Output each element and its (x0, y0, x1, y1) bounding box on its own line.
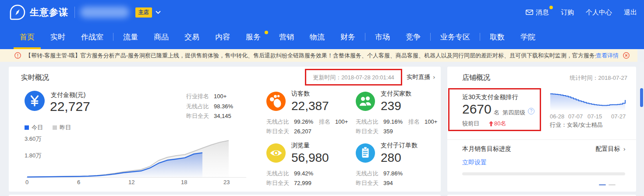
shop-switch-chevron-down-icon[interactable] (156, 11, 161, 14)
banner-details-link[interactable]: 查看详情 (596, 52, 619, 60)
stat-detail-rows: 无线占比99.16%排名100+ 昨日全天359 (356, 117, 450, 136)
nav-item-marketing[interactable]: 营销 (271, 25, 302, 49)
x-tick: 0 (25, 179, 28, 185)
nav-item-realtime[interactable]: 实时 (42, 25, 73, 49)
nav-item-data-fetch[interactable]: 取数 (482, 25, 513, 49)
nav-item-market[interactable]: 市场 (367, 25, 398, 49)
nav-divider (113, 33, 113, 41)
nav-item-competition[interactable]: 竞争 (398, 25, 428, 49)
notification-banner: 【帮转-客服主管-哦】官方服务分析产品-服务洞察已隆重上线，提供售前体验，售中转… (0, 49, 637, 62)
payment-title: 支付金额(元) (51, 91, 85, 99)
x-tick: 18 (181, 179, 187, 185)
arrow-up-icon (489, 121, 493, 126)
chart-legend: 今日 昨日 (25, 124, 71, 132)
chevron-right-icon: › (433, 74, 435, 81)
info-row: 行业排名100+ (186, 92, 233, 102)
header-menu: 消息 订购 个人中心 退出 (526, 8, 637, 17)
rank-card-title: 近30天支付金额排行 (462, 93, 518, 101)
yesterday-swatch (53, 125, 57, 130)
help-icon[interactable]: ? (528, 108, 534, 114)
legend-today: 今日 (25, 124, 43, 132)
nav-item-war-room[interactable]: 作战室 (73, 25, 111, 49)
buyers-people-icon (356, 92, 375, 111)
statistics-time: 统计时间：2018-07-27 (570, 74, 628, 82)
mini-x-tick: 07-15 (587, 113, 602, 120)
carousel-indicator-active[interactable] (599, 184, 606, 185)
stat-value: 280 (381, 151, 418, 165)
nav-divider (480, 33, 480, 41)
nav-item-academy[interactable]: 学院 (513, 25, 543, 49)
industry-label: 行业：女装/女士精品 (550, 121, 603, 129)
shop-name-blurred (79, 6, 131, 19)
banner-close-icon[interactable] (623, 52, 630, 59)
panel-title-shop: 店铺概况 (462, 73, 490, 82)
setup-now-link[interactable]: 立即设置 (462, 159, 487, 167)
suborders-clipboard-icon (356, 143, 375, 163)
nav-item-service[interactable]: 服务 (238, 25, 271, 49)
stat-detail-rows: 无线占比99.26%排名100+ 昨日全天26,207 (266, 117, 361, 136)
nav-item-products[interactable]: 商品 (146, 25, 177, 49)
nav-divider (365, 33, 365, 41)
mini-x-tick: 07-27 (611, 113, 626, 120)
x-tick: 23 (223, 179, 230, 185)
stat-value: 239 (381, 99, 411, 113)
mini-x-tick: 06-28 (550, 113, 564, 120)
nav-divider (430, 33, 431, 41)
mini-x-tick: 07-07 (568, 113, 583, 120)
goal-title: 本月销售目标进度 (462, 145, 511, 153)
logout-menu-item[interactable]: 退出 (624, 8, 637, 17)
nav-item-traffic[interactable]: 流量 (115, 25, 146, 49)
live-broadcast-link[interactable]: 实时直播› (407, 73, 435, 81)
stat-pageviews: 浏览量 56,980 无线占比99.42% 昨日全天72,999 (266, 141, 361, 188)
nav-item-finance[interactable]: 财务 (333, 25, 363, 49)
panel-title-realtime: 实时概况 (21, 73, 49, 82)
stat-paid-suborders: 支付子订单数 280 无线占比97.86% 昨日全天394 (356, 141, 450, 188)
top-header-bar: 生意参谋 主店 消息 订购 个人中心 退出 (0, 0, 644, 25)
main-shop-badge[interactable]: 主店 (135, 7, 152, 18)
rank-compare: 较前日 80名 (462, 120, 506, 128)
nav-item-trade[interactable]: 交易 (177, 25, 207, 49)
shop-rank-chart (549, 89, 627, 111)
header-background: 生意参谋 主店 消息 订购 个人中心 退出 首页 实时 作战室 流量 商品 交易… (0, 0, 644, 49)
x-tick: 12 (128, 179, 134, 185)
warning-icon (14, 52, 21, 59)
nav-item-business-zone[interactable]: 业务专区 (432, 25, 478, 49)
section-divider (447, 139, 636, 140)
payment-value: 22,727 (50, 99, 90, 114)
nav-item-logistics[interactable]: 物流 (302, 25, 333, 49)
rank-value: 2670 (462, 102, 492, 117)
carousel-indicator[interactable] (609, 184, 616, 185)
orders-menu-item[interactable]: 订购 (561, 8, 574, 17)
rank-unit: 名 (494, 109, 499, 117)
pageviews-eye-icon (266, 143, 286, 163)
unread-dot (549, 6, 553, 9)
legend-yesterday: 昨日 (53, 124, 71, 132)
update-time: 更新时间：2018-07-28 20:01:44 (306, 70, 401, 85)
main-nav: 首页 实时 作战室 流量 商品 交易 内容 服务 营销 物流 财务 市场 竞争 … (12, 25, 543, 49)
configure-goal-link[interactable]: 配置目标› (595, 145, 626, 153)
nav-item-home[interactable]: 首页 (12, 25, 42, 49)
info-row: 昨日全天34,145 (186, 111, 233, 121)
realtime-overview-panel: 实时概况 更新时间：2018-07-28 20:01:44 实时直播› 支付金额… (9, 67, 441, 192)
nav-item-content[interactable]: 内容 (207, 25, 238, 49)
stat-value: 56,980 (291, 151, 329, 165)
scrollbar-thumb[interactable] (640, 88, 643, 107)
today-swatch (25, 125, 29, 130)
stat-title: 支付买家数 (381, 90, 411, 98)
info-row: 无线占比98.36% (186, 102, 233, 112)
shop-overview-panel: 店铺概况 统计时间：2018-07-27 近30天支付金额排行 2670 名 第… (447, 67, 636, 192)
rank-level: 第四层级 (502, 109, 525, 117)
payment-yuan-icon (25, 91, 45, 111)
x-tick: 6 (77, 179, 80, 185)
payment-info-rows: 行业排名100+ 无线占比98.36% 昨日全天34,145 (186, 92, 233, 121)
banner-message: 【帮转-客服主管-哦】官方服务分析产品-服务洞察已隆重上线，提供售前体验，售中转… (25, 52, 596, 60)
stat-title: 浏览量 (291, 142, 329, 150)
stat-detail-rows: 无线占比99.42% 昨日全天72,999 (266, 169, 361, 188)
service-notification-dot (265, 31, 268, 34)
goal-progress-bar (462, 172, 625, 175)
scrollbar-track[interactable] (640, 62, 644, 196)
account-center-menu-item[interactable]: 个人中心 (586, 8, 612, 17)
stat-value: 22,387 (291, 99, 329, 113)
messages-menu-item[interactable]: 消息 (526, 8, 549, 17)
header-divider (74, 7, 75, 18)
